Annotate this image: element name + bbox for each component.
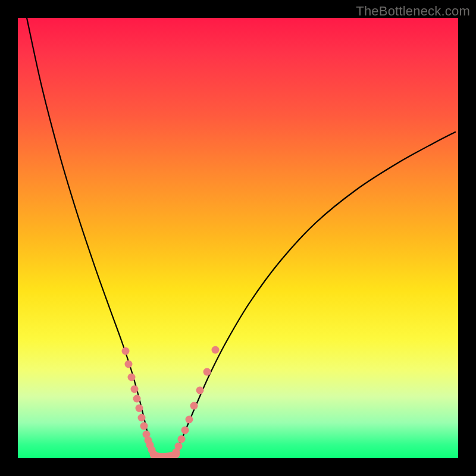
data-dot (196, 387, 204, 394)
data-dot (138, 414, 146, 422)
data-dot (150, 450, 158, 458)
data-dot (190, 402, 198, 410)
plot-area (18, 18, 458, 458)
data-dot (133, 395, 141, 403)
dots-right-group (173, 346, 220, 456)
data-dot (125, 361, 133, 368)
data-dot (186, 416, 193, 424)
data-dot (178, 436, 186, 443)
data-dot (203, 368, 211, 376)
data-dot (136, 405, 143, 412)
data-dot (175, 443, 183, 450)
data-dot (140, 422, 148, 430)
curve-right (175, 132, 455, 453)
data-dot (181, 427, 189, 434)
data-dot (122, 347, 130, 355)
curves-svg (18, 18, 458, 458)
watermark-text: TheBottleneck.com (356, 4, 470, 19)
data-dot (128, 374, 136, 381)
data-dot (212, 346, 220, 354)
chart-container: TheBottleneck.com (0, 0, 476, 476)
data-dot (131, 386, 139, 393)
